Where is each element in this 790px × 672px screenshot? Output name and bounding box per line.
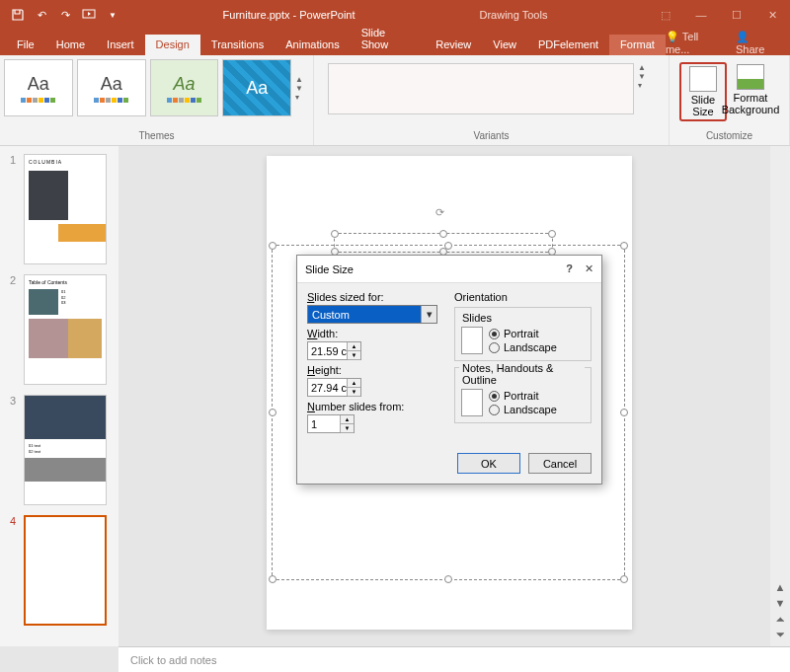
tab-transitions[interactable]: Transitions <box>200 35 275 55</box>
theme-option[interactable]: Aa <box>4 59 73 116</box>
ribbon-options-icon[interactable]: ⬚ <box>648 0 683 30</box>
minimize-icon[interactable]: — <box>683 0 719 30</box>
thumbnail-selected[interactable]: 4 <box>10 515 109 626</box>
height-spinner[interactable]: 27.94 cm ▲▼ <box>307 378 361 397</box>
format-background-icon <box>737 64 764 90</box>
sized-for-label: Slides sized for: <box>307 291 444 303</box>
quick-access-toolbar: ↶ ↷ ▼ <box>0 4 122 26</box>
width-spinner[interactable]: 21.59 cm ▲▼ <box>307 341 361 360</box>
spin-up-icon[interactable]: ▲ <box>348 379 360 388</box>
window-title: Furniture.pptx - PowerPoint Drawing Tool… <box>122 9 648 21</box>
variants-group-label: Variants <box>318 130 665 141</box>
orientation-label: Orientation <box>454 291 592 303</box>
qat-dropdown-icon[interactable]: ▼ <box>103 4 122 26</box>
filename-label: Furniture.pptx - PowerPoint <box>223 9 356 21</box>
dialog-left-column: Slides sized for: Custom ▾ Width: 21.59 … <box>307 291 444 437</box>
number-from-label: Number slides from: <box>307 401 444 412</box>
prev-slide-icon[interactable]: ⏶ <box>775 613 786 625</box>
ribbon-tabs: File Home Insert Design Transitions Anim… <box>0 30 790 55</box>
undo-icon[interactable]: ↶ <box>32 4 51 26</box>
tab-format[interactable]: Format <box>609 35 666 55</box>
page-portrait-icon <box>461 327 483 354</box>
next-slide-icon[interactable]: ⏷ <box>775 629 786 640</box>
redo-icon[interactable]: ↷ <box>55 4 75 26</box>
notes-placeholder: Click to add notes <box>130 654 216 666</box>
slides-orientation-group: Slides Portrait Landscape <box>454 307 592 361</box>
spin-down-icon[interactable]: ▼ <box>348 351 360 360</box>
cancel-button[interactable]: Cancel <box>528 453 592 474</box>
dialog-close-icon[interactable]: ✕ <box>585 262 593 275</box>
notes-orientation-group: Notes, Handouts & Outline Portrait Lands… <box>454 367 592 423</box>
customize-group-label: Customize <box>673 130 785 141</box>
tab-home[interactable]: Home <box>45 35 96 55</box>
spin-up-icon[interactable]: ▲ <box>341 415 354 424</box>
thumbnail[interactable]: 1 COLUMBIA <box>10 154 109 264</box>
rotate-handle-icon[interactable]: ⟳ <box>435 206 444 219</box>
slide-size-button[interactable]: Slide Size <box>679 62 727 121</box>
share-button[interactable]: 👤 Share <box>736 31 780 55</box>
themes-group-label: Themes <box>4 130 309 141</box>
sized-for-combobox[interactable]: Custom ▾ <box>307 305 437 324</box>
dialog-titlebar[interactable]: Slide Size ? ✕ <box>297 256 601 283</box>
variant-option[interactable] <box>328 63 634 114</box>
ribbon-group-themes: Aa Aa Aa Aa ▲▼▾ Themes <box>0 55 314 145</box>
scroll-down-icon[interactable]: ▼ <box>775 597 786 609</box>
variants-more-icon[interactable]: ▲▼▾ <box>638 63 652 90</box>
window-controls: ⬚ — ☐ ✕ <box>648 0 790 30</box>
start-slideshow-icon[interactable] <box>79 4 99 26</box>
tellme-button[interactable]: 💡 Tell me... <box>666 31 724 55</box>
theme-option[interactable]: Aa <box>222 59 291 116</box>
dialog-right-column: Orientation Slides Portrait Landscape No… <box>454 291 592 437</box>
ribbon: Aa Aa Aa Aa ▲▼▾ Themes ▲▼▾ Variants <box>0 55 790 146</box>
save-icon[interactable] <box>8 4 28 26</box>
tab-slideshow[interactable]: Slide Show <box>351 23 426 55</box>
page-portrait-icon <box>461 389 483 416</box>
theme-option[interactable]: Aa <box>77 59 146 116</box>
slide-size-dialog: Slide Size ? ✕ Slides sized for: Custom … <box>296 255 602 485</box>
scroll-up-icon[interactable]: ▲ <box>775 581 786 593</box>
dialog-title: Slide Size <box>305 263 354 275</box>
notes-pane[interactable]: Click to add notes <box>118 646 790 672</box>
tab-pdfelement[interactable]: PDFelement <box>527 35 609 55</box>
tab-design[interactable]: Design <box>145 35 200 55</box>
thumbnail[interactable]: 3 01 text02 text <box>10 395 109 505</box>
tab-file[interactable]: File <box>6 35 45 55</box>
themes-more-icon[interactable]: ▲▼▾ <box>295 59 309 116</box>
radio-notes-landscape[interactable]: Landscape <box>489 404 557 415</box>
tab-animations[interactable]: Animations <box>275 35 350 55</box>
radio-notes-portrait[interactable]: Portrait <box>489 390 557 402</box>
radio-slides-landscape[interactable]: Landscape <box>489 341 557 353</box>
thumbnail[interactable]: 2 Table of Contents010203 <box>10 274 109 385</box>
vertical-scrollbar[interactable]: ▲ ▼ ⏶ ⏷ <box>770 146 790 646</box>
ok-button[interactable]: OK <box>457 453 520 474</box>
slide-size-icon <box>689 66 717 92</box>
tab-review[interactable]: Review <box>425 35 482 55</box>
format-background-button[interactable]: Format Background <box>727 62 774 121</box>
chevron-down-icon[interactable]: ▾ <box>421 306 436 323</box>
ribbon-group-customize: Slide Size Format Background Customize <box>670 55 790 145</box>
width-label: Width: <box>307 328 444 339</box>
tab-view[interactable]: View <box>482 35 527 55</box>
maximize-icon[interactable]: ☐ <box>719 0 754 30</box>
spin-up-icon[interactable]: ▲ <box>348 342 360 351</box>
ribbon-group-variants: ▲▼▾ Variants <box>314 55 670 145</box>
spin-down-icon[interactable]: ▼ <box>348 388 360 397</box>
number-from-spinner[interactable]: 1 ▲▼ <box>307 414 355 433</box>
theme-option[interactable]: Aa <box>150 59 219 116</box>
slide-thumbnails-pane[interactable]: 1 COLUMBIA 2 Table of Contents010203 3 0… <box>0 146 118 646</box>
spin-down-icon[interactable]: ▼ <box>341 424 354 433</box>
context-tab-label: Drawing Tools <box>480 9 548 21</box>
tab-insert[interactable]: Insert <box>96 35 145 55</box>
radio-slides-portrait[interactable]: Portrait <box>489 328 557 339</box>
close-icon[interactable]: ✕ <box>754 0 790 30</box>
dialog-help-icon[interactable]: ? <box>566 262 573 275</box>
height-label: Height: <box>307 364 444 376</box>
